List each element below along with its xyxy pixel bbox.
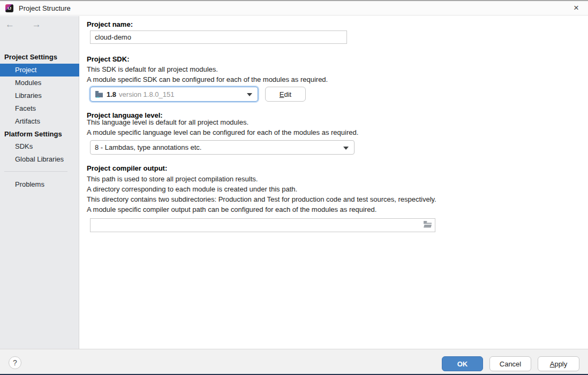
apply-rest: pply	[554, 360, 567, 368]
section-header-project-settings: Project Settings	[4, 51, 57, 63]
sidebar-item-problems[interactable]: Problems	[0, 178, 79, 191]
project-sdk-dropdown[interactable]: 1.8 version 1.8.0_151	[90, 87, 258, 102]
compiler-output-desc-1: This path is used to store all project c…	[87, 175, 258, 183]
compiler-output-label: Project compiler output:	[87, 164, 167, 172]
edit-mnemonic: E	[280, 90, 284, 98]
apply-mnemonic: A	[550, 360, 555, 368]
title-bar: IJ Project Structure ×	[0, 1, 588, 16]
sidebar-item-facets[interactable]: Facets	[0, 102, 79, 115]
compiler-output-desc-4: A module specific compiler output path c…	[87, 205, 376, 213]
sidebar-item-libraries[interactable]: Libraries	[0, 89, 79, 102]
edit-sdk-button[interactable]: Edit	[265, 87, 306, 102]
sidebar-item-modules[interactable]: Modules	[0, 76, 79, 89]
sidebar-item-sdks[interactable]: SDKs	[0, 140, 79, 153]
project-sdk-desc-1: This SDK is default for all project modu…	[87, 65, 218, 73]
settings-sidebar: ← → Project Settings Project Modules Lib…	[0, 16, 79, 349]
cancel-button[interactable]: Cancel	[489, 356, 531, 371]
compiler-output-desc-2: A directory corresponding to each module…	[87, 185, 297, 193]
browse-folder-icon[interactable]	[423, 220, 432, 229]
project-sdk-desc-2: A module specific SDK can be configured …	[87, 75, 328, 83]
back-arrow-icon[interactable]: ←	[5, 19, 22, 29]
sidebar-divider	[4, 171, 67, 172]
language-level-desc-1: This language level is default for all p…	[87, 118, 248, 126]
compiler-output-field-wrap	[90, 218, 435, 232]
compiler-output-desc-3: This directory contains two subdirectori…	[87, 195, 436, 203]
chevron-down-icon	[343, 147, 349, 150]
language-level-dropdown[interactable]: 8 - Lambdas, type annotations etc.	[90, 140, 355, 155]
sdk-folder-icon	[95, 90, 103, 98]
history-nav: ← →	[5, 19, 49, 30]
ok-button[interactable]: OK	[442, 356, 483, 371]
language-level-value: 8 - Lambdas, type annotations etc.	[95, 143, 201, 151]
sdk-version-detail: version 1.8.0_151	[119, 90, 174, 98]
close-icon[interactable]: ×	[571, 3, 582, 13]
edit-rest: dit	[284, 90, 291, 98]
chevron-down-icon	[247, 93, 252, 96]
sidebar-item-global-libraries[interactable]: Global Libraries	[0, 153, 79, 166]
intellij-logo-icon: IJ	[5, 4, 13, 12]
forward-arrow-icon[interactable]: →	[32, 19, 49, 29]
apply-button[interactable]: Apply	[538, 356, 579, 371]
project-sdk-label: Project SDK:	[87, 55, 129, 63]
sdk-version-bold: 1.8	[107, 90, 116, 98]
project-name-label: Project name:	[87, 20, 133, 28]
project-structure-dialog: IJ Project Structure × ← → Project Setti…	[0, 0, 588, 375]
sidebar-item-project[interactable]: Project	[0, 64, 79, 76]
dialog-footer: ? OK Cancel Apply	[0, 349, 588, 375]
intellij-logo-text: IJ	[5, 4, 13, 12]
compiler-output-input[interactable]	[90, 218, 435, 232]
language-level-desc-2: A module specific language level can be …	[87, 128, 358, 136]
help-button[interactable]: ?	[9, 356, 21, 369]
project-settings-panel: Project name: Project SDK: This SDK is d…	[80, 16, 588, 349]
section-header-platform-settings: Platform Settings	[4, 128, 62, 140]
window-title: Project Structure	[19, 4, 71, 12]
project-name-input[interactable]	[90, 30, 347, 44]
sidebar-item-artifacts[interactable]: Artifacts	[0, 115, 79, 128]
